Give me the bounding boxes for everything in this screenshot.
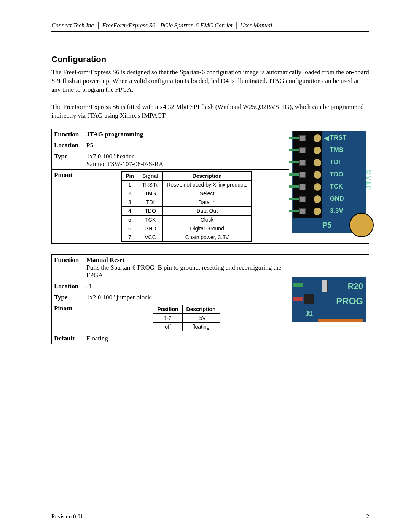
jtag-pin-label: TDO [330,171,343,178]
jtag-pinout-table: Pin Signal Description 1TRST#Reset, not … [121,171,252,242]
jtag-image-cell: ◀TRSTTMSTDITDOTCKGND3.3V JTAG P5 [289,129,369,243]
jtag-type: 1x7 0.100" header Samtec TSW-107-08-F-S-… [84,151,289,169]
section-title: Configuration [51,54,369,64]
cell-pin: 3 [122,198,138,206]
pin-hole-icon [313,195,322,203]
jtag-spec-table: Function JTAG programming ◀TRSTTMSTDITDO… [51,129,369,244]
jtag-pin-label: TRST [330,134,347,141]
table-row: 3TDIData In [122,198,252,206]
cell-signal: TCK [138,215,162,224]
row-label: Pinout [52,169,84,243]
jtag-function-text: JTAG programming [86,131,143,138]
smd-component-icon [293,297,303,301]
jtag-location: P5 [84,140,289,151]
table-row: 2TMSSelect [122,189,252,198]
silk-j1: J1 [305,310,313,318]
table-row: 6GNDDigital Ground [122,224,252,233]
jtag-function: JTAG programming [84,129,289,140]
reset-function-desc: Pulls the Spartan-6 PROG_B pin to ground… [86,264,281,279]
pad-icon [299,208,306,214]
row-label: Pinout [52,303,84,333]
cell-signal: VCC [138,233,162,241]
reset-type: 1x2 0.100" jumper block [84,292,289,303]
trace-icon [289,210,300,212]
cell-desc: Chain power, 3.3V [163,233,252,241]
jtag-pin-row: ◀TRST [292,134,366,142]
jtag-pin-row: GND [292,195,366,203]
row-label: Function [52,129,84,140]
row-label: Type [52,151,84,169]
reset-function-title: Manual Reset [86,256,125,264]
col-desc: Description [163,171,252,180]
row-label: Default [52,333,84,344]
col-position: Position [153,305,182,313]
silk-prog: PROG [336,296,363,307]
copper-trace-icon [318,319,363,322]
reset-spec-table: Function Manual Reset Pulls the Spartan-… [51,254,369,344]
jtag-diagram: ◀TRSTTMSTDITDOTCKGND3.3V JTAG P5 [292,131,366,233]
jtag-pinout-cell: Pin Signal Description 1TRST#Reset, not … [84,169,289,243]
jtag-pin-row: 3.3V [292,207,366,215]
table-row: 5TCKClock [122,215,252,224]
jtag-silk-side: JTAG [365,169,373,190]
cell-pin: 5 [122,215,138,224]
cell-pin: 6 [122,224,138,233]
col-pin: Pin [122,171,138,180]
table-row: 4TDOData Out [122,206,252,215]
pad-icon [299,147,306,153]
trace-icon [289,185,300,188]
table-row: 1TRST#Reset, not used by Xilinx products [122,180,252,189]
jtag-type-line2: Samtec TSW-107-08-F-S-RA [86,160,163,168]
jtag-pin-row: TMS [292,146,366,154]
row-label: Type [52,292,84,303]
jumper-icon [304,294,314,304]
col-desc: Description [182,305,220,313]
silk-r20: R20 [348,281,363,291]
paragraph-2: The FreeForm/Express S6 is fitted with a… [51,103,369,120]
jtag-pin-label: TMS [330,147,343,153]
pin-hole-icon [313,134,322,142]
cell-pin: 4 [122,206,138,215]
jtag-pin-row: TDO [292,170,366,179]
cell-pin: 7 [122,233,138,241]
pin-hole-icon [313,171,322,179]
pad-icon [299,196,306,202]
cell-desc: Digital Ground [163,224,252,233]
row-label: Location [52,281,84,292]
table-row: 7VCCChain power, 3.3V [122,233,252,241]
trace-icon [289,198,300,200]
cell-signal: TMS [138,189,162,198]
reset-function: Manual Reset Pulls the Spartan-6 PROG_B … [84,254,289,281]
prog-diagram: R20 PROG J1 [292,277,366,322]
paragraph-1: The FreeForm/Express S6 is designed so t… [51,68,369,94]
cell-desc: floating [182,322,220,331]
jtag-pin-label: 3.3V [330,208,343,214]
jtag-pin-label: TCK [330,183,343,190]
pin-hole-icon [313,158,322,167]
cell-position: off [153,322,182,331]
reset-location: J1 [84,281,289,292]
pin-hole-icon [313,183,322,191]
cell-desc: Data Out [163,206,252,215]
resistor-icon [322,280,328,292]
doc-header: Connect Tech Inc. │ FreeForm/Express S6 … [51,22,369,29]
cell-desc: +5V [182,313,220,322]
table-row: 1-2+5V [153,313,220,322]
jtag-pin-row: TDI [292,158,366,166]
cell-position: 1-2 [153,313,182,322]
pin-hole-icon [313,146,322,155]
cell-desc: Reset, not used by Xilinx products [163,180,252,189]
page-number: 12 [363,513,369,520]
trace-icon [289,137,300,139]
row-label: Function [52,254,84,281]
cell-pin: 2 [122,189,138,198]
arrow-left-icon: ◀ [324,134,329,142]
trace-icon [289,161,300,163]
smd-component-icon [293,283,303,287]
cell-desc: Data In [163,198,252,206]
footer: Revision 0.01 12 [51,513,369,520]
table-row: offfloating [153,322,220,331]
reset-image-cell: R20 PROG J1 [289,254,369,344]
header-rule [51,31,369,32]
pad-icon [299,160,306,166]
